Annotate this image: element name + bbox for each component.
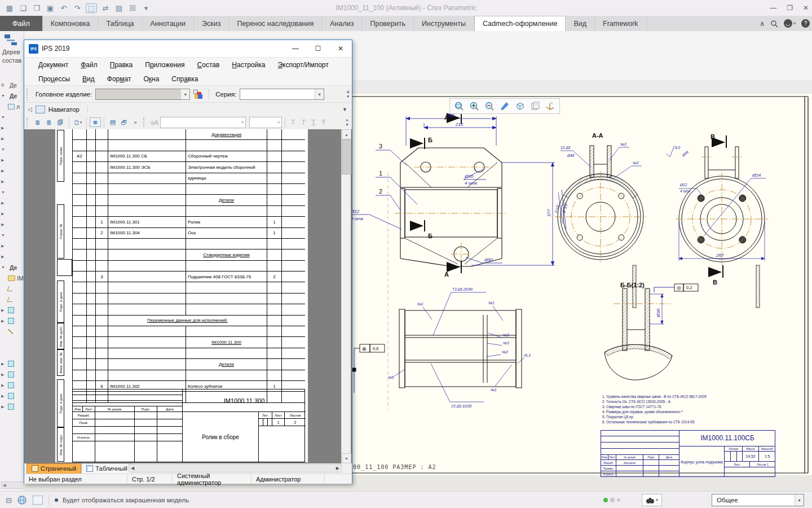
table-view-icon[interactable]: ▦ [90, 117, 101, 127]
italic-button[interactable]: T [298, 118, 308, 126]
tree-expander-icon[interactable]: ▶ [1, 201, 6, 205]
save-button[interactable]: ▣ [45, 4, 55, 12]
underline-button[interactable]: T [308, 118, 319, 126]
ips-maximize-button[interactable]: ☐ [307, 41, 329, 56]
open-file-button[interactable]: ❒ [32, 4, 42, 12]
ips-minimize-button[interactable]: — [284, 41, 307, 56]
tree-node[interactable] [1, 326, 24, 337]
menu-item[interactable]: Вид [76, 75, 101, 83]
tree-node[interactable]: ▶ [1, 316, 24, 326]
list-view-icon[interactable]: ▤ [107, 117, 118, 128]
redo-button[interactable]: ↷ [72, 4, 82, 12]
spec-row[interactable] [73, 294, 305, 304]
edit-document-icon[interactable]: 🗏 [43, 117, 55, 128]
ribbon-tab[interactable]: Framework [595, 16, 647, 31]
close-window-button[interactable]: ☒ [127, 4, 138, 12]
ribbon-tab[interactable]: Файл [0, 16, 43, 31]
datum-display-button[interactable]: x [544, 100, 556, 112]
ips-title-bar[interactable]: IPS IPS 2019 — ☐ ✕ [24, 40, 352, 57]
tree-expander-icon[interactable]: ▶ [1, 362, 6, 366]
zoom-box-button[interactable] [453, 100, 465, 112]
spec-row[interactable] [73, 304, 305, 315]
menu-item[interactable]: Окна [137, 75, 165, 83]
restore-button[interactable]: ❐ [787, 4, 793, 12]
spec-row[interactable] [73, 140, 305, 151]
tree-node[interactable]: ▶ [1, 240, 24, 251]
zoom-out-button[interactable] [483, 100, 496, 112]
spec-row[interactable]: IM1000.11.300 ЭСБ Электронная модель сбо… [73, 162, 305, 173]
ribbon-tab[interactable]: Таблица [98, 16, 142, 31]
menu-item[interactable]: Настройка [226, 61, 271, 69]
toolbar-overflow-icon[interactable]: » [346, 90, 350, 94]
tree-expander-icon[interactable]: ▶ [1, 212, 6, 216]
zoom-in-button[interactable] [468, 100, 480, 112]
tree-node[interactable]: ▶ [1, 358, 24, 369]
menu-item[interactable]: Приложения [139, 61, 191, 69]
tree-expander-icon[interactable]: ▶ [1, 394, 6, 398]
tree-expander-icon[interactable]: ▶ [1, 244, 6, 248]
tree-node[interactable]: ▶ [1, 122, 24, 133]
select-mode-button[interactable]: ⬚ [86, 3, 97, 13]
undo-button[interactable]: ↶ [59, 4, 69, 12]
spec-row[interactable]: Переменные данные для исполнений: [73, 316, 305, 326]
tree-expander-icon[interactable]: ▶ [1, 319, 6, 323]
menu-item[interactable]: Формат [101, 75, 138, 83]
tab-table-view[interactable]: Табличный [81, 463, 133, 474]
search-model-button[interactable]: ▾ [642, 494, 662, 506]
tree-node[interactable]: ▶ [1, 133, 24, 144]
tree-expander-icon[interactable]: ▶ [1, 222, 6, 227]
new-document-icon[interactable]: 🗎 [32, 117, 43, 128]
bold-button[interactable]: T [288, 118, 298, 126]
tree-node[interactable]: ▼ Де [1, 262, 24, 273]
tree-icon[interactable] [5, 34, 18, 46]
spec-row[interactable]: Стандартные изделия [73, 249, 305, 260]
spec-row[interactable] [73, 261, 305, 271]
menu-item[interactable]: Файл [74, 61, 104, 69]
tree-expander-icon[interactable]: ▶ [1, 255, 6, 259]
customize-quick-access-arrow[interactable]: ▾ [141, 4, 151, 12]
open-window-icon[interactable]: 🗗 [118, 117, 130, 128]
nav-back-icon[interactable]: ◁ [28, 106, 32, 112]
tree-expander-icon[interactable]: ▼ [1, 265, 6, 269]
spec-row[interactable] [73, 184, 305, 195]
format-overflow-icon[interactable]: » [346, 118, 348, 122]
menu-item[interactable]: Правка [104, 61, 139, 69]
tree-expander-icon[interactable]: ⊞ [1, 83, 6, 87]
menu-item[interactable]: Состав [191, 61, 226, 69]
tree-node[interactable]: ▶ [1, 391, 24, 401]
tree-node[interactable]: ▶ [1, 401, 24, 412]
menu-item[interactable]: Экспорт/Импорт [271, 61, 334, 69]
spec-row[interactable] [73, 239, 305, 249]
help-icon[interactable]: ? [801, 19, 810, 28]
spec-row[interactable]: IM1000.11.300 [73, 337, 305, 348]
strike-button[interactable]: Ŧ [319, 118, 329, 126]
display-style-button[interactable] [514, 100, 526, 112]
tree-expander-icon[interactable]: ▶ [1, 137, 6, 141]
tree-node[interactable]: ▼ Де [1, 90, 24, 101]
close-button[interactable]: ✕ [803, 4, 809, 12]
tree-node[interactable] [1, 283, 24, 294]
series-combo[interactable]: ▾ [240, 89, 324, 100]
spec-row[interactable]: А2 IM1000.11.300 СБ Сборочный чертеж [73, 151, 305, 162]
tree-node[interactable] [1, 348, 24, 358]
tree-expander-icon[interactable]: ▶ [1, 383, 6, 388]
drawing-sheet[interactable]: А А Б Б 3 1 2 440 212 Ø30 4 отв Ø50 Ø12 … [316, 94, 812, 475]
tree-expander-icon[interactable]: ▼ [1, 115, 6, 119]
add-item-button[interactable]: 🗋▾ [72, 117, 83, 128]
spec-row[interactable] [73, 370, 305, 381]
tree-node[interactable]: IM [1, 273, 24, 283]
spec-row[interactable]: Детали [73, 195, 305, 205]
windows-button[interactable]: ▤ [114, 4, 124, 12]
tree-expander-icon[interactable]: ▼ [1, 190, 6, 194]
tree-toggle-icon[interactable]: ⊟ [6, 496, 12, 505]
spec-row[interactable]: 3 Подшипник 408 ГОСТ 8338-75 2 [73, 271, 305, 282]
collapse-ribbon-button[interactable]: ∧ [760, 20, 765, 28]
tab-page-view[interactable]: Страничный [27, 463, 81, 474]
ribbon-tab[interactable]: Инструменты [414, 16, 474, 31]
tree-node[interactable]: ▶ [1, 165, 24, 176]
tree-node[interactable] [1, 294, 24, 305]
menu-item[interactable]: Процессы [32, 75, 76, 83]
window-mode-icon[interactable]: ▦ [5, 4, 15, 12]
filter-combo[interactable]: Общее ▾ [712, 494, 804, 506]
tree-expander-icon[interactable]: ▶ [1, 169, 6, 173]
